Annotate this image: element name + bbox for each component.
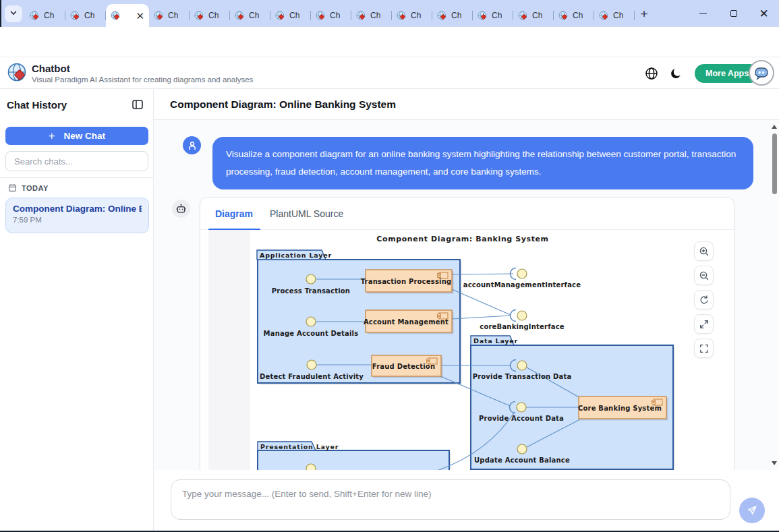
tab-label: Ch	[84, 11, 94, 20]
window-controls: ✕	[688, 0, 779, 27]
component-icon	[438, 314, 441, 316]
fullscreen-button[interactable]	[694, 338, 714, 358]
send-button[interactable]	[739, 498, 765, 523]
search-chats-input[interactable]	[5, 151, 148, 171]
chat-bubble-icon	[753, 65, 770, 81]
app-title: Chatbot	[32, 63, 70, 74]
tab-label: Ch	[289, 11, 299, 20]
assistant-avatar	[172, 200, 190, 218]
browser-tab[interactable]: Ch	[270, 4, 311, 27]
port-label: Manage Account Details	[264, 330, 359, 337]
port-label: Process Transaction	[272, 287, 350, 295]
browser-window: ChCh✕ChChChChChChChChChChChCh + ✕ ai-too	[0, 0, 779, 532]
visual-paradigm-favicon	[478, 11, 488, 21]
send-plane-icon	[746, 504, 758, 516]
visual-paradigm-favicon	[111, 11, 121, 21]
plus-icon: +	[49, 130, 55, 142]
component-name: Transaction Processing	[361, 278, 452, 285]
dark-mode-button[interactable]	[668, 65, 685, 82]
tab-label: Ch	[613, 11, 623, 20]
interface-label: coreBankingInterface	[480, 323, 565, 330]
chat-scroll-area[interactable]: Visualize a component diagram for an onl…	[154, 120, 779, 470]
scrollbar-thumb[interactable]	[772, 134, 777, 194]
interface-label: Provide Account Data	[479, 415, 564, 422]
interface-ball	[517, 361, 527, 370]
component-name: Fraud Detection	[372, 363, 435, 370]
browser-tab-active[interactable]: ✕	[106, 4, 149, 27]
close-window-button[interactable]: ✕	[749, 0, 779, 27]
language-button[interactable]	[643, 65, 660, 82]
message-input-bar	[154, 470, 779, 532]
browser-tab[interactable]: Ch	[65, 4, 106, 27]
visual-paradigm-favicon	[437, 11, 447, 21]
browser-tab[interactable]: Ch	[230, 4, 270, 27]
tab-label: Ch	[492, 11, 502, 20]
chat-item-title: Component Diagram: Online B...	[13, 204, 142, 214]
expand-button[interactable]	[694, 314, 714, 334]
window-edge	[0, 0, 1, 27]
reset-icon	[699, 295, 710, 305]
browser-tab[interactable]: Ch	[392, 4, 432, 27]
tab-diagram[interactable]: Diagram	[215, 198, 253, 230]
tab-search-button[interactable]	[5, 5, 22, 22]
chat-item-time: 7:59 PM	[13, 216, 142, 224]
package-name: Data Layer	[473, 337, 518, 345]
app-subtitle: Visual Paradigm AI Assistant for creatin…	[32, 76, 253, 84]
new-chat-button[interactable]: + New Chat	[5, 127, 148, 145]
chat-history-heading: Chat History	[7, 99, 67, 111]
visual-paradigm-favicon	[275, 11, 285, 21]
component-name: Core Banking System	[578, 405, 662, 412]
user-avatar	[183, 136, 201, 154]
port-circle	[306, 317, 316, 326]
person-icon	[187, 140, 198, 151]
browser-tab[interactable]: Ch	[25, 4, 65, 27]
chatbot-badge[interactable]	[749, 60, 774, 86]
minimize-button[interactable]	[688, 0, 718, 27]
panel-toggle-icon	[132, 98, 144, 111]
collapse-sidebar-button[interactable]	[132, 98, 144, 113]
browser-tab[interactable]: Ch	[351, 4, 392, 27]
chat-history-item[interactable]: Component Diagram: Online B... 7:59 PM	[5, 198, 149, 233]
diagram-zoom-controls	[694, 241, 714, 363]
scroll-down-arrow-icon[interactable]	[772, 461, 777, 465]
new-tab-button[interactable]: +	[635, 6, 653, 22]
message-input[interactable]	[171, 479, 730, 520]
robot-icon	[175, 203, 187, 214]
interface-ball	[517, 403, 526, 412]
browser-tab[interactable]: Ch	[432, 4, 473, 27]
browser-tab[interactable]: Ch	[311, 4, 351, 27]
browser-tab[interactable]: Ch	[594, 4, 635, 27]
visual-paradigm-favicon	[70, 11, 80, 21]
zoom-out-button[interactable]	[694, 266, 714, 285]
reset-button[interactable]	[694, 290, 714, 309]
chevron-down-icon	[9, 8, 18, 20]
visual-paradigm-favicon	[558, 11, 569, 21]
browser-titlebar: ChCh✕ChChChChChChChChChChChCh + ✕	[0, 0, 779, 27]
browser-tab[interactable]: Ch	[513, 4, 554, 27]
tab-plantuml-source[interactable]: PlantUML Source	[270, 198, 343, 230]
component-name: Account Management	[364, 318, 449, 326]
package-name: Application Layer	[260, 252, 332, 259]
visual-paradigm-favicon	[518, 11, 528, 21]
visual-paradigm-favicon	[194, 11, 204, 21]
sidebar-divider	[0, 177, 153, 178]
browser-tab[interactable]: Ch	[190, 4, 230, 27]
browser-tab[interactable]: Ch	[554, 4, 594, 27]
port-circle	[306, 274, 316, 284]
browser-tab[interactable]: Ch	[149, 4, 190, 27]
tab-label: Ch	[451, 11, 461, 20]
component-icon	[438, 274, 441, 275]
browser-tab[interactable]: Ch	[473, 4, 513, 27]
diagram-viewport[interactable]: Component Diagram: Banking SystemApplica…	[208, 230, 727, 470]
visual-paradigm-favicon	[154, 11, 164, 21]
interface-ball	[517, 311, 527, 320]
port-circle	[307, 360, 316, 370]
tab-close-icon[interactable]: ✕	[136, 11, 144, 21]
diagram-svg[interactable]: Component Diagram: Banking SystemApplica…	[250, 230, 727, 470]
vertical-scrollbar[interactable]	[771, 120, 778, 470]
zoom-in-button[interactable]	[694, 241, 714, 261]
maximize-button[interactable]	[718, 0, 749, 27]
tab-label: Ch	[330, 11, 340, 20]
user-message-bubble: Visualize a component diagram for an onl…	[212, 137, 753, 189]
scroll-up-arrow-icon[interactable]	[772, 125, 777, 129]
